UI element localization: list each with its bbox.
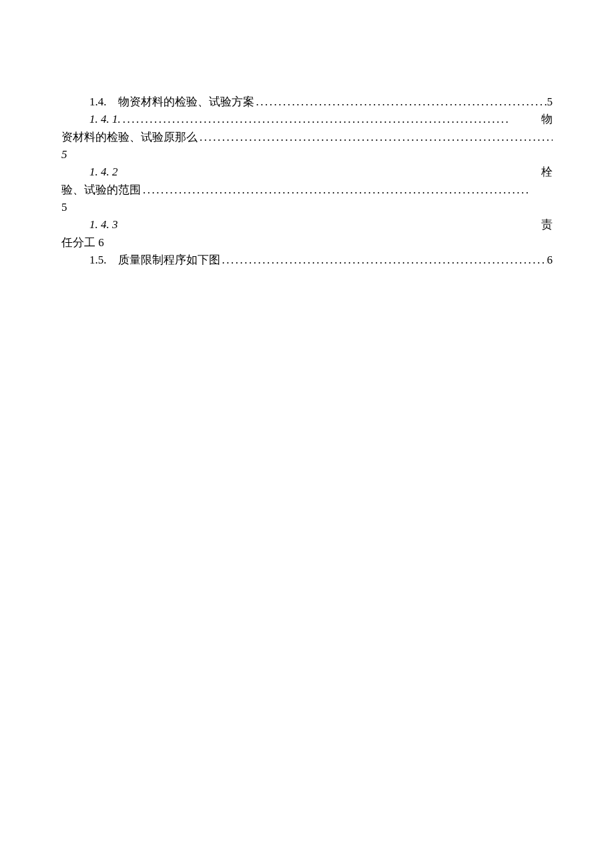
toc-number: 1.4. 物资材料的检验、试验方案 <box>89 93 254 111</box>
toc-leader-dots: ........................................… <box>254 93 547 111</box>
toc-leader-dots: ........................................… <box>141 181 553 199</box>
toc-entry-1-4-2-page: 5 <box>61 199 553 216</box>
toc-entry-1-4-1-page: 5 <box>61 146 553 163</box>
toc-content: 1.4. 物资材料的检验、试验方案 ......................… <box>61 93 553 269</box>
toc-entry-1-4-2-row1: 1. 4. 2 栓 <box>61 163 553 181</box>
toc-suffix-text: 责 <box>541 216 553 234</box>
toc-page: 6 <box>547 252 553 269</box>
toc-entry-1-4-3-row1: 1. 4. 3 责 <box>61 216 553 234</box>
toc-number: 1. 4. 1. <box>61 111 121 128</box>
toc-continuation-text: 验、试验的范围 <box>61 181 141 199</box>
toc-entry-1-4-1-row1: 1. 4. 1. ...............................… <box>61 111 553 128</box>
toc-continuation-text: 资材料的检验、试验原那么 <box>61 129 198 146</box>
toc-entry-1-4-1-row2: 资材料的检验、试验原那么 ...........................… <box>61 129 553 146</box>
toc-entry-1-4-2-row2: 验、试验的范围 ................................… <box>61 181 553 199</box>
toc-leader-dots: ........................................… <box>220 252 547 269</box>
toc-suffix-text: 物 <box>541 111 553 128</box>
toc-number: 1. 4. 3 <box>61 216 118 234</box>
toc-number: 1.5. 质量限制程序如下图 <box>89 252 220 269</box>
toc-leader-dots: ........................................… <box>121 111 541 128</box>
toc-page: 5 <box>547 93 553 111</box>
toc-number: 1. 4. 2 <box>61 163 118 181</box>
toc-leader-dots: ........................................… <box>198 129 553 146</box>
toc-suffix-text: 栓 <box>541 163 553 181</box>
toc-entry-1-4: 1.4. 物资材料的检验、试验方案 ......................… <box>61 93 553 111</box>
toc-entry-1-4-3-row2: 任分工 6 <box>61 234 553 252</box>
toc-entry-1-5: 1.5. 质量限制程序如下图 .........................… <box>61 252 553 269</box>
